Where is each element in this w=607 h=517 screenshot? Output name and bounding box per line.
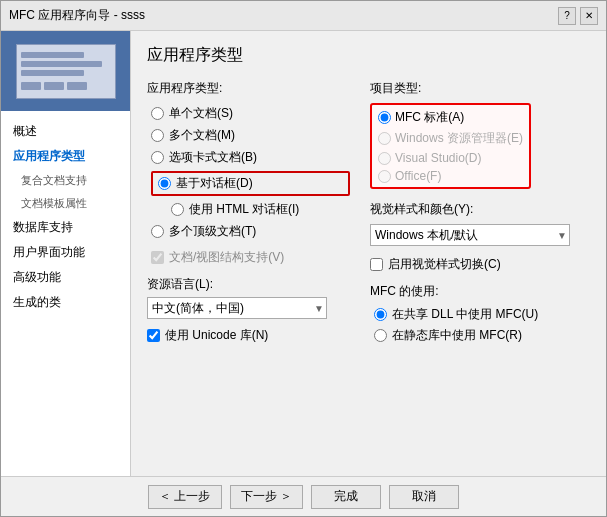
radio-explorer-input[interactable] [378,132,391,145]
unicode-checkbox[interactable]: 使用 Unicode 库(N) [147,327,350,344]
help-button[interactable]: ? [558,7,576,25]
check-docview-label: 文档/视图结构支持(V) [169,249,284,266]
nav-item-overview[interactable]: 概述 [1,119,130,144]
mfc-use-radio-group: 在共享 DLL 中使用 MFC(U) 在静态库中使用 MFC(R) [374,306,590,344]
radio-explorer[interactable]: Windows 资源管理器(E) [378,130,523,147]
section-title: 应用程序类型 [147,45,590,66]
resource-lang-select-wrapper[interactable]: 中文(简体，中国) ▼ [147,297,327,319]
radio-toplevel[interactable]: 多个顶级文档(T) [151,223,350,240]
logo-line-2 [21,61,102,67]
radio-explorer-label: Windows 资源管理器(E) [395,130,523,147]
radio-single-input[interactable] [151,107,164,120]
radio-multi-input[interactable] [151,129,164,142]
window-title: MFC 应用程序向导 - ssss [9,7,145,24]
project-type-label: 项目类型: [370,80,590,97]
check-docview-input[interactable] [151,251,164,264]
logo-buttons [21,82,87,90]
radio-shared-dll-label: 在共享 DLL 中使用 MFC(U) [392,306,538,323]
resource-lang-label: 资源语言(L): [147,276,350,293]
radio-html-dialog[interactable]: 使用 HTML 对话框(I) [171,201,350,218]
unicode-check-row: 使用 Unicode 库(N) [147,327,350,344]
unicode-input[interactable] [147,329,160,342]
radio-static-lib-input[interactable] [374,329,387,342]
project-type-group: 项目类型: MFC 标准(A) Windows 资源管理器(E) [370,80,590,189]
radio-tabbed-doc[interactable]: 选项卡式文档(B) [151,149,350,166]
nav-item-generated[interactable]: 生成的类 [1,290,130,315]
content-area: 概述 应用程序类型 复合文档支持 文档模板属性 数据库支持 用户界面功能 高级功… [1,31,606,476]
left-panel: 概述 应用程序类型 复合文档支持 文档模板属性 数据库支持 用户界面功能 高级功… [1,31,131,476]
indent-group: 使用 HTML 对话框(I) [171,201,350,218]
startup-checkbox[interactable]: 启用视觉样式切换(C) [370,256,501,273]
finish-button[interactable]: 完成 [311,485,381,509]
radio-toplevel-input[interactable] [151,225,164,238]
right-column: 项目类型: MFC 标准(A) Windows 资源管理器(E) [370,80,590,462]
radio-multi-label: 多个文档(M) [169,127,235,144]
cancel-button[interactable]: 取消 [389,485,459,509]
resource-lang-row: 资源语言(L): 中文(简体，中国) ▼ [147,276,350,319]
radio-html-input[interactable] [171,203,184,216]
radio-vs-label: Visual Studio(D) [395,151,481,165]
radio-tabbed-input[interactable] [151,151,164,164]
radio-mfc-standard[interactable]: MFC 标准(A) [378,109,523,126]
nav-list: 概述 应用程序类型 复合文档支持 文档模板属性 数据库支持 用户界面功能 高级功… [1,111,130,476]
mfc-use-group: MFC 的使用: 在共享 DLL 中使用 MFC(U) 在静态库中使用 MFC(… [370,283,590,344]
startup-label: 启用视觉样式切换(C) [388,256,501,273]
startup-input[interactable] [370,258,383,271]
radio-tabbed-label: 选项卡式文档(B) [169,149,257,166]
logo-btn-3 [67,82,87,90]
nav-item-doc-template[interactable]: 文档模板属性 [1,192,130,215]
main-window: MFC 应用程序向导 - ssss ? ✕ [0,0,607,517]
back-button[interactable]: ＜ 上一步 [148,485,221,509]
resource-lang-select[interactable]: 中文(简体，中国) [152,301,322,315]
radio-html-label: 使用 HTML 对话框(I) [189,201,299,218]
view-style-select-wrapper[interactable]: Windows 本机/默认 Office 2003 Visual Studio … [370,224,570,246]
radio-office[interactable]: Office(F) [378,169,523,183]
logo-line-1 [21,52,84,58]
unicode-label: 使用 Unicode 库(N) [165,327,268,344]
two-col-layout: 应用程序类型: 单个文档(S) 多个文档(M) 选项卡式文档(B) [147,80,590,462]
nav-item-database[interactable]: 数据库支持 [1,215,130,240]
radio-office-label: Office(F) [395,169,441,183]
radio-mfc-standard-input[interactable] [378,111,391,124]
radio-vs[interactable]: Visual Studio(D) [378,151,523,165]
view-style-label: 视觉样式和颜色(Y): [370,201,590,218]
radio-shared-dll-input[interactable] [374,308,387,321]
radio-dialog-label: 基于对话框(D) [176,175,253,192]
logo-box [16,44,116,99]
radio-mfc-standard-label: MFC 标准(A) [395,109,464,126]
nav-item-ui-features[interactable]: 用户界面功能 [1,240,130,265]
title-bar: MFC 应用程序向导 - ssss ? ✕ [1,1,606,31]
mfc-use-label: MFC 的使用: [370,283,590,300]
main-content: 应用程序类型 应用程序类型: 单个文档(S) 多个文档(M) [131,31,606,476]
radio-dialog[interactable]: 基于对话框(D) [151,171,350,196]
bottom-bar: ＜ 上一步 下一步 ＞ 完成 取消 [1,476,606,516]
radio-static-lib[interactable]: 在静态库中使用 MFC(R) [374,327,590,344]
project-type-radio-group: MFC 标准(A) Windows 资源管理器(E) Visual Studio… [370,103,531,189]
logo-btn-1 [21,82,41,90]
radio-vs-input[interactable] [378,152,391,165]
radio-shared-dll[interactable]: 在共享 DLL 中使用 MFC(U) [374,306,590,323]
app-type-radio-group: 单个文档(S) 多个文档(M) 选项卡式文档(B) 基于对话框(D) [151,105,350,266]
close-button[interactable]: ✕ [580,7,598,25]
logo-line-3 [21,70,84,76]
radio-multi-doc[interactable]: 多个文档(M) [151,127,350,144]
view-style-select[interactable]: Windows 本机/默认 Office 2003 Visual Studio … [375,228,565,242]
radio-single-label: 单个文档(S) [169,105,233,122]
next-button[interactable]: 下一步 ＞ [230,485,303,509]
radio-toplevel-label: 多个顶级文档(T) [169,223,256,240]
left-column: 应用程序类型: 单个文档(S) 多个文档(M) 选项卡式文档(B) [147,80,350,462]
title-controls: ? ✕ [558,7,598,25]
radio-dialog-input[interactable] [158,177,171,190]
radio-office-input[interactable] [378,170,391,183]
nav-item-app-type[interactable]: 应用程序类型 [1,144,130,169]
radio-static-lib-label: 在静态库中使用 MFC(R) [392,327,522,344]
logo-area [1,31,130,111]
startup-check-row: 启用视觉样式切换(C) [370,256,590,273]
radio-single-doc[interactable]: 单个文档(S) [151,105,350,122]
nav-item-advanced[interactable]: 高级功能 [1,265,130,290]
logo-btn-2 [44,82,64,90]
nav-item-compound-doc[interactable]: 复合文档支持 [1,169,130,192]
app-type-label: 应用程序类型: [147,80,350,97]
view-style-group: 视觉样式和颜色(Y): Windows 本机/默认 Office 2003 Vi… [370,201,590,246]
check-docview[interactable]: 文档/视图结构支持(V) [151,249,350,266]
